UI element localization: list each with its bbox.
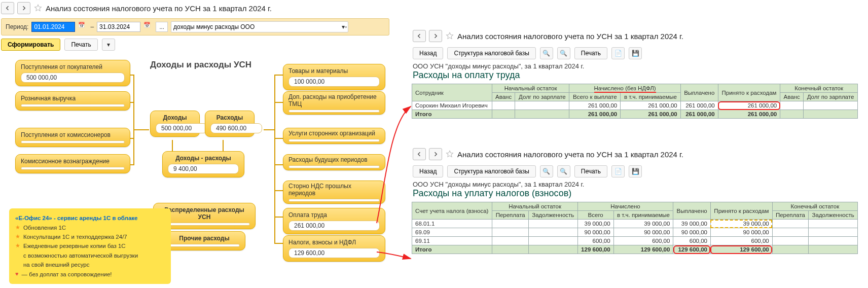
period-bar: Период: 📅 – 📅 ... ▾ ▫ xyxy=(1,18,389,35)
node-expense[interactable]: Расходы490 600,00 xyxy=(205,111,255,137)
node-goods[interactable]: Товары и материалы100 000,00 xyxy=(283,64,385,90)
favorite-icon[interactable] xyxy=(445,150,454,159)
salary-table: Сотрудник Начальный остаток Начислено (б… xyxy=(412,84,858,119)
table-total-row: Итого 261 000,00 261 000,00 261 000,00 2… xyxy=(412,110,858,119)
report-title: Расходы на уплату налогов (взносов) xyxy=(413,188,862,199)
star-icon: ★ xyxy=(15,241,20,250)
date-to-input[interactable] xyxy=(97,22,140,32)
promo-title: «Е-Офис 24» - сервис аренды 1С в облаке xyxy=(15,213,165,223)
report-title: Расходы на оплату труда xyxy=(413,70,862,81)
node-other[interactable]: Прочие расходы xyxy=(163,231,245,250)
save-icon[interactable]: 💾 xyxy=(629,47,642,59)
print-button[interactable]: Печать xyxy=(574,47,607,59)
node-taxes[interactable]: Налоги, взносы и НДФЛ129 600,00 xyxy=(283,235,385,262)
export-icon[interactable]: 📄 xyxy=(611,47,625,59)
zoom-in-icon[interactable]: 🔍 xyxy=(540,47,553,59)
print-button[interactable]: Печать xyxy=(64,39,97,51)
table-row[interactable]: Сорокин Михаил Игоревич 261 000,00 261 0… xyxy=(412,101,858,110)
favorite-icon[interactable] xyxy=(445,31,454,41)
tax-table: Счет учета налога (взноса) Начальный ост… xyxy=(412,202,858,254)
nav-fwd-button[interactable] xyxy=(17,2,30,14)
nav-back-button[interactable] xyxy=(1,2,14,14)
star-icon: ★ xyxy=(15,223,20,232)
node-services[interactable]: Услуги сторонних организаций xyxy=(283,128,385,144)
more-button[interactable]: ▾ xyxy=(102,39,115,51)
page-title: Анализ состояния налогового учета по УСН… xyxy=(457,32,683,41)
node-commission-rec[interactable]: Поступления от комиссионеров xyxy=(15,128,130,147)
export-icon[interactable]: 📄 xyxy=(611,165,625,177)
zoom-out-icon[interactable]: 🔍 xyxy=(557,165,570,177)
zoom-out-icon[interactable]: 🔍 xyxy=(557,47,570,59)
table-row[interactable]: 68.01.139 000,0039 000,0039 000,0039 000… xyxy=(412,220,858,228)
table-row[interactable]: 69.0990 000,0090 000,0090 000,0090 000,0… xyxy=(412,228,858,237)
favorite-icon[interactable] xyxy=(33,4,43,13)
node-buyer-receipts[interactable]: Поступления от покупателей500 000,00 xyxy=(15,60,130,86)
org-input[interactable] xyxy=(172,22,342,32)
back-button[interactable]: Назад xyxy=(413,47,443,59)
heart-icon: ♥ xyxy=(15,270,19,279)
node-commission-fee[interactable]: Комиссионное вознаграждение xyxy=(15,154,130,173)
node-income[interactable]: Доходы500 000,00 xyxy=(150,111,200,137)
zoom-in-icon[interactable]: 🔍 xyxy=(540,165,553,177)
period-label: Период: xyxy=(6,23,28,30)
date-from-input[interactable] xyxy=(31,22,75,32)
form-button[interactable]: Сформировать xyxy=(1,39,60,51)
nav-back-button[interactable] xyxy=(413,30,426,42)
structure-button[interactable]: Структура налоговой базы xyxy=(447,47,535,59)
nav-back-button[interactable] xyxy=(413,148,426,160)
ndash: – xyxy=(90,23,94,30)
promo-card: «Е-Офис 24» - сервис аренды 1С в облаке … xyxy=(9,208,171,284)
nav-fwd-button[interactable] xyxy=(429,30,442,42)
star-icon: ★ xyxy=(15,232,20,241)
back-button[interactable]: Назад xyxy=(413,165,443,177)
node-storno[interactable]: Сторно НДС прошлых периодов xyxy=(283,181,385,204)
node-future[interactable]: Расходы будущих периодов xyxy=(283,154,385,170)
report-context: ООО УСН "доходы минус расходы", за 1 ква… xyxy=(413,181,862,188)
print-button[interactable]: Печать xyxy=(574,165,607,177)
save-icon[interactable]: 💾 xyxy=(629,165,642,177)
table-total-row: Итого129 600,00129 600,00129 600,00129 6… xyxy=(412,245,858,254)
structure-button[interactable]: Структура налоговой базы xyxy=(447,165,535,177)
calendar-icon[interactable]: 📅 xyxy=(143,22,153,32)
period-picker-button[interactable]: ... xyxy=(156,22,168,32)
page-title: Анализ состояния налогового учета по УСН… xyxy=(46,4,272,13)
open-icon[interactable]: ▫ xyxy=(345,23,347,30)
org-combo[interactable]: ▾ ▫ xyxy=(171,21,348,32)
report-context: ООО УСН "доходы минус расходы", за 1 ква… xyxy=(413,62,862,70)
node-retail[interactable]: Розничная выручка xyxy=(15,91,130,111)
node-add-exp[interactable]: Доп. расходы на приобретение ТМЦ xyxy=(283,91,385,115)
table-row[interactable]: 69.11600,00600,00600,00600,00 xyxy=(412,237,858,245)
calendar-icon[interactable]: 📅 xyxy=(78,22,87,32)
page-title: Анализ состояния налогового учета по УСН… xyxy=(457,150,683,159)
node-salary[interactable]: Оплата труда261 000,00 xyxy=(283,208,385,234)
node-profit[interactable]: Доходы - расходы9 400,00 xyxy=(162,151,244,177)
nav-fwd-button[interactable] xyxy=(429,148,442,160)
diagram-title: Доходы и расходы УСН xyxy=(150,60,251,70)
